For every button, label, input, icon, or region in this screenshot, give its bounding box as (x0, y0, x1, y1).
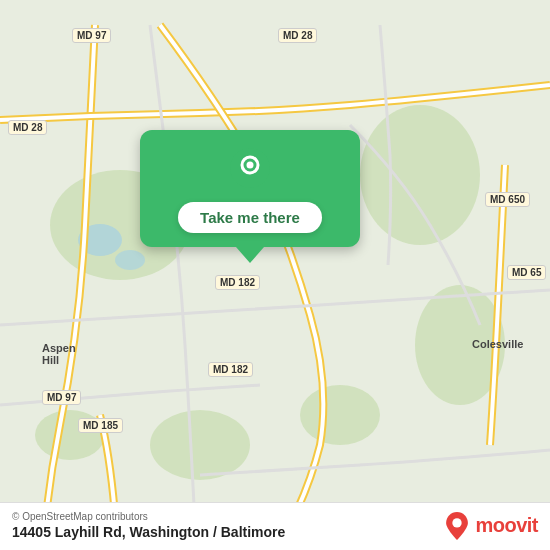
location-pin-icon (230, 148, 270, 188)
road-label-md28-top: MD 28 (278, 28, 317, 43)
moovit-logo: moovit (443, 512, 538, 540)
road-label-md182-mid: MD 182 (215, 275, 260, 290)
place-label-aspen-hill: AspenHill (42, 342, 76, 366)
green-card: Take me there (140, 130, 360, 247)
road-label-md97-top: MD 97 (72, 28, 111, 43)
road-label-md65: MD 65 (507, 265, 546, 280)
svg-point-1 (360, 105, 480, 245)
map-container: MD 97 MD 28 MD 28 MD 650 MD 65 MD 182 MD… (0, 0, 550, 550)
bottom-left: © OpenStreetMap contributors 14405 Layhi… (12, 511, 285, 540)
road-label-md28-left: MD 28 (8, 120, 47, 135)
moovit-pin-icon (443, 512, 471, 540)
take-me-there-button[interactable]: Take me there (178, 202, 322, 233)
address-text: 14405 Layhill Rd, Washington / Baltimore (12, 524, 285, 540)
map-svg (0, 0, 550, 550)
place-label-colesville: Colesville (472, 338, 523, 350)
road-label-md185: MD 185 (78, 418, 123, 433)
card-pointer (236, 247, 264, 263)
road-label-md650: MD 650 (485, 192, 530, 207)
svg-point-10 (247, 162, 254, 169)
svg-point-4 (300, 385, 380, 445)
road-label-md182-bot: MD 182 (208, 362, 253, 377)
bottom-bar: © OpenStreetMap contributors 14405 Layhi… (0, 502, 550, 550)
attribution-text: © OpenStreetMap contributors (12, 511, 285, 522)
svg-point-11 (453, 518, 462, 527)
moovit-text: moovit (475, 514, 538, 537)
road-label-md97-bot: MD 97 (42, 390, 81, 405)
svg-point-3 (150, 410, 250, 480)
take-me-there-card[interactable]: Take me there (140, 130, 360, 263)
